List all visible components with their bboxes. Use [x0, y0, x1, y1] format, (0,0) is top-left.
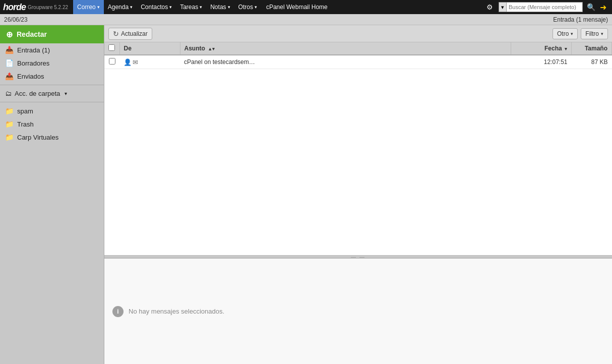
inbox-icon: 📥: [5, 46, 14, 54]
sidebar-item-spam[interactable]: 📁 spam: [0, 104, 104, 117]
row-fecha-cell: 12:07:51: [511, 55, 572, 69]
folder-actions-icon: 🗂: [5, 90, 12, 97]
sidebar-item-enviados[interactable]: 📤 Enviados: [0, 70, 104, 83]
settings-button[interactable]: ⚙: [482, 0, 497, 14]
info-icon: i: [112, 306, 124, 317]
virtual-folder-icon: 📁: [5, 133, 14, 141]
nav-notas[interactable]: Notas ▾: [206, 0, 234, 14]
entrada-label: Entrada (1): [17, 46, 50, 54]
row-de-cell: 👤 ✉: [119, 55, 180, 69]
row-checkbox-cell: [104, 55, 119, 69]
logout-button[interactable]: ➜: [597, 0, 609, 14]
table-row[interactable]: 👤 ✉ cPanel on testecardsem… 12:07:51 87 …: [104, 55, 612, 69]
sidebar-item-borradores[interactable]: 📄 Borradores: [0, 56, 104, 70]
enviados-label: Enviados: [17, 73, 44, 80]
select-all-checkbox[interactable]: [108, 44, 115, 51]
spam-folder-icon: 📁: [5, 107, 14, 115]
msg-icons: 👤 ✉: [124, 58, 176, 66]
spam-label: spam: [17, 107, 33, 115]
fecha-sort-arrow: ▾: [565, 46, 567, 51]
carp-virtuales-label: Carp Virtuales: [17, 134, 58, 141]
row-checkbox[interactable]: [109, 58, 115, 65]
no-selection-text: No hay mensajes seleccionados.: [129, 308, 224, 315]
top-navigation: horde Groupware 5.2.22 Correo ▾ Agenda ▾…: [0, 0, 612, 14]
sidebar-divider: [0, 85, 104, 85]
logo-area: horde Groupware 5.2.22: [3, 2, 68, 13]
nav-agenda[interactable]: Agenda ▾: [104, 0, 137, 14]
col-header-checkbox[interactable]: [104, 42, 119, 55]
message-table: De Asunto ▲▾ Fecha ▾ Tamaño: [104, 42, 612, 69]
search-area: ▾: [499, 2, 583, 12]
row-from-cell[interactable]: cPanel on testecardsem…: [180, 55, 511, 69]
email-icon: ✉: [133, 58, 138, 66]
nav-correo-arrow: ▾: [97, 5, 100, 10]
sidebar-item-carp-virtuales[interactable]: 📁 Carp Virtuales: [0, 131, 104, 144]
col-header-asunto[interactable]: Asunto ▲▾: [180, 42, 511, 55]
main-layout: ⊕ Redactar 📥 Entrada (1) 📄 Borradores 📤 …: [0, 25, 612, 364]
filter-dropdown-arrow: ▾: [601, 31, 603, 36]
nav-notas-arrow: ▾: [228, 5, 230, 10]
borradores-label: Borradores: [17, 59, 49, 67]
trash-label: Trash: [17, 120, 34, 128]
content-area: ↻ Actualizar Otro ▾ Filtro ▾: [104, 25, 612, 364]
row-tamano-cell: 87 KB: [572, 55, 612, 69]
message-toolbar: ↻ Actualizar Otro ▾ Filtro ▾: [104, 25, 612, 42]
logo-groupware: Groupware 5.2.22: [28, 5, 68, 10]
trash-folder-icon: 📁: [5, 120, 14, 128]
date-bar: 26/06/23 Entrada (1 mensaje): [0, 14, 612, 25]
inbox-status: Entrada (1 mensaje): [553, 16, 608, 23]
message-list-container: De Asunto ▲▾ Fecha ▾ Tamaño: [104, 42, 612, 255]
search-scope-dropdown[interactable]: ▾: [499, 3, 507, 12]
acc-carpeta-button[interactable]: 🗂 Acc. de carpeta ▾: [0, 87, 104, 100]
acc-carpeta-arrow: ▾: [65, 91, 67, 96]
compose-button[interactable]: ⊕ Redactar: [0, 25, 104, 43]
nav-tareas-arrow: ▾: [200, 5, 202, 10]
nav-cpanel-home[interactable]: cPanel Webmail Home: [261, 0, 333, 14]
nav-contactos[interactable]: Contactos ▾: [137, 0, 176, 14]
other-dropdown-arrow: ▾: [571, 31, 573, 36]
search-button[interactable]: 🔍: [585, 1, 597, 13]
filter-dropdown[interactable]: Filtro ▾: [581, 28, 608, 39]
current-date: 26/06/23: [4, 16, 28, 23]
sidebar-item-trash[interactable]: 📁 Trash: [0, 117, 104, 131]
sidebar-divider-2: [0, 102, 104, 102]
other-dropdown[interactable]: Otro ▾: [553, 28, 578, 39]
draft-icon: 📄: [5, 59, 14, 67]
refresh-button[interactable]: ↻ Actualizar: [108, 28, 152, 40]
col-header-fecha[interactable]: Fecha ▾: [511, 42, 572, 55]
col-header-tamano[interactable]: Tamaño: [572, 42, 612, 55]
col-header-de[interactable]: De: [119, 42, 180, 55]
nav-contactos-arrow: ▾: [169, 5, 172, 10]
asunto-sort-arrow: ▲▾: [208, 46, 215, 51]
preview-pane: i No hay mensajes seleccionados.: [104, 258, 612, 364]
logo-horde: horde: [3, 2, 26, 13]
sent-icon: 📤: [5, 72, 14, 80]
nav-agenda-arrow: ▾: [130, 5, 133, 10]
nav-otros[interactable]: Otros ▾: [234, 0, 261, 14]
sender-icon: 👤: [124, 58, 132, 66]
compose-icon: ⊕: [6, 30, 13, 39]
refresh-icon: ↻: [113, 30, 119, 38]
nav-otros-arrow: ▾: [255, 5, 257, 10]
search-input[interactable]: [507, 4, 582, 10]
sidebar-item-entrada[interactable]: 📥 Entrada (1): [0, 43, 104, 56]
sidebar: ⊕ Redactar 📥 Entrada (1) 📄 Borradores 📤 …: [0, 25, 104, 364]
nav-tareas[interactable]: Tareas ▾: [176, 0, 206, 14]
nav-correo[interactable]: Correo ▾: [73, 0, 104, 14]
